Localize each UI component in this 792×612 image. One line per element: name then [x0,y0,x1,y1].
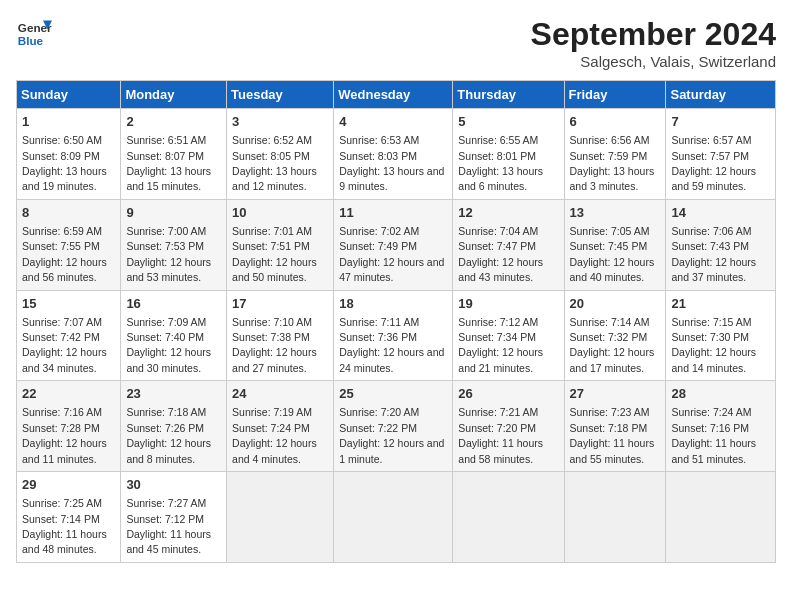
location: Salgesch, Valais, Switzerland [531,53,776,70]
day-info: Sunrise: 7:27 AMSunset: 7:12 PMDaylight:… [126,497,211,555]
column-header-friday: Friday [564,81,666,109]
day-number: 27 [570,385,661,403]
calendar-cell: 14Sunrise: 7:06 AMSunset: 7:43 PMDayligh… [666,199,776,290]
calendar-table: SundayMondayTuesdayWednesdayThursdayFrid… [16,80,776,563]
column-header-tuesday: Tuesday [227,81,334,109]
calendar-cell: 4Sunrise: 6:53 AMSunset: 8:03 PMDaylight… [334,109,453,200]
calendar-cell: 3Sunrise: 6:52 AMSunset: 8:05 PMDaylight… [227,109,334,200]
day-number: 5 [458,113,558,131]
day-number: 30 [126,476,221,494]
day-info: Sunrise: 6:51 AMSunset: 8:07 PMDaylight:… [126,134,211,192]
column-header-sunday: Sunday [17,81,121,109]
day-info: Sunrise: 7:15 AMSunset: 7:30 PMDaylight:… [671,316,756,374]
day-info: Sunrise: 7:12 AMSunset: 7:34 PMDaylight:… [458,316,543,374]
day-number: 15 [22,295,115,313]
day-info: Sunrise: 6:50 AMSunset: 8:09 PMDaylight:… [22,134,107,192]
column-header-monday: Monday [121,81,227,109]
day-number: 13 [570,204,661,222]
day-number: 10 [232,204,328,222]
day-number: 17 [232,295,328,313]
calendar-cell: 8Sunrise: 6:59 AMSunset: 7:55 PMDaylight… [17,199,121,290]
svg-text:Blue: Blue [18,34,44,47]
calendar-cell: 1Sunrise: 6:50 AMSunset: 8:09 PMDaylight… [17,109,121,200]
day-number: 14 [671,204,770,222]
calendar-week-4: 22Sunrise: 7:16 AMSunset: 7:28 PMDayligh… [17,381,776,472]
calendar-week-1: 1Sunrise: 6:50 AMSunset: 8:09 PMDaylight… [17,109,776,200]
calendar-cell: 5Sunrise: 6:55 AMSunset: 8:01 PMDaylight… [453,109,564,200]
day-info: Sunrise: 7:09 AMSunset: 7:40 PMDaylight:… [126,316,211,374]
day-info: Sunrise: 7:20 AMSunset: 7:22 PMDaylight:… [339,406,444,464]
day-info: Sunrise: 6:59 AMSunset: 7:55 PMDaylight:… [22,225,107,283]
day-number: 11 [339,204,447,222]
calendar-cell: 23Sunrise: 7:18 AMSunset: 7:26 PMDayligh… [121,381,227,472]
calendar-cell: 16Sunrise: 7:09 AMSunset: 7:40 PMDayligh… [121,290,227,381]
day-number: 21 [671,295,770,313]
column-header-saturday: Saturday [666,81,776,109]
calendar-cell: 27Sunrise: 7:23 AMSunset: 7:18 PMDayligh… [564,381,666,472]
day-number: 9 [126,204,221,222]
calendar-week-2: 8Sunrise: 6:59 AMSunset: 7:55 PMDaylight… [17,199,776,290]
calendar-cell: 18Sunrise: 7:11 AMSunset: 7:36 PMDayligh… [334,290,453,381]
day-info: Sunrise: 7:14 AMSunset: 7:32 PMDaylight:… [570,316,655,374]
day-info: Sunrise: 6:53 AMSunset: 8:03 PMDaylight:… [339,134,444,192]
calendar-cell: 13Sunrise: 7:05 AMSunset: 7:45 PMDayligh… [564,199,666,290]
calendar-cell: 28Sunrise: 7:24 AMSunset: 7:16 PMDayligh… [666,381,776,472]
column-header-wednesday: Wednesday [334,81,453,109]
calendar-cell: 21Sunrise: 7:15 AMSunset: 7:30 PMDayligh… [666,290,776,381]
calendar-cell: 17Sunrise: 7:10 AMSunset: 7:38 PMDayligh… [227,290,334,381]
calendar-cell [227,472,334,563]
day-info: Sunrise: 7:24 AMSunset: 7:16 PMDaylight:… [671,406,756,464]
calendar-cell: 26Sunrise: 7:21 AMSunset: 7:20 PMDayligh… [453,381,564,472]
day-number: 20 [570,295,661,313]
day-info: Sunrise: 7:07 AMSunset: 7:42 PMDaylight:… [22,316,107,374]
logo: General Blue [16,16,52,52]
day-info: Sunrise: 7:21 AMSunset: 7:20 PMDaylight:… [458,406,543,464]
day-number: 6 [570,113,661,131]
column-header-thursday: Thursday [453,81,564,109]
calendar-cell: 12Sunrise: 7:04 AMSunset: 7:47 PMDayligh… [453,199,564,290]
day-info: Sunrise: 7:00 AMSunset: 7:53 PMDaylight:… [126,225,211,283]
calendar-cell: 19Sunrise: 7:12 AMSunset: 7:34 PMDayligh… [453,290,564,381]
day-info: Sunrise: 7:23 AMSunset: 7:18 PMDaylight:… [570,406,655,464]
calendar-cell: 24Sunrise: 7:19 AMSunset: 7:24 PMDayligh… [227,381,334,472]
day-info: Sunrise: 7:18 AMSunset: 7:26 PMDaylight:… [126,406,211,464]
day-number: 4 [339,113,447,131]
day-number: 7 [671,113,770,131]
day-info: Sunrise: 7:01 AMSunset: 7:51 PMDaylight:… [232,225,317,283]
day-number: 16 [126,295,221,313]
calendar-cell: 25Sunrise: 7:20 AMSunset: 7:22 PMDayligh… [334,381,453,472]
day-info: Sunrise: 7:06 AMSunset: 7:43 PMDaylight:… [671,225,756,283]
calendar-cell: 30Sunrise: 7:27 AMSunset: 7:12 PMDayligh… [121,472,227,563]
calendar-cell: 11Sunrise: 7:02 AMSunset: 7:49 PMDayligh… [334,199,453,290]
calendar-cell: 2Sunrise: 6:51 AMSunset: 8:07 PMDaylight… [121,109,227,200]
calendar-cell: 9Sunrise: 7:00 AMSunset: 7:53 PMDaylight… [121,199,227,290]
calendar-cell: 10Sunrise: 7:01 AMSunset: 7:51 PMDayligh… [227,199,334,290]
day-info: Sunrise: 7:25 AMSunset: 7:14 PMDaylight:… [22,497,107,555]
day-info: Sunrise: 6:57 AMSunset: 7:57 PMDaylight:… [671,134,756,192]
day-number: 2 [126,113,221,131]
day-info: Sunrise: 6:52 AMSunset: 8:05 PMDaylight:… [232,134,317,192]
day-number: 23 [126,385,221,403]
day-info: Sunrise: 7:04 AMSunset: 7:47 PMDaylight:… [458,225,543,283]
day-info: Sunrise: 7:05 AMSunset: 7:45 PMDaylight:… [570,225,655,283]
day-number: 24 [232,385,328,403]
calendar-cell [334,472,453,563]
day-number: 18 [339,295,447,313]
day-info: Sunrise: 6:55 AMSunset: 8:01 PMDaylight:… [458,134,543,192]
day-number: 19 [458,295,558,313]
title-block: September 2024 Salgesch, Valais, Switzer… [531,16,776,70]
calendar-cell: 7Sunrise: 6:57 AMSunset: 7:57 PMDaylight… [666,109,776,200]
month-title: September 2024 [531,16,776,53]
day-number: 26 [458,385,558,403]
day-info: Sunrise: 7:11 AMSunset: 7:36 PMDaylight:… [339,316,444,374]
page-header: General Blue September 2024 Salgesch, Va… [16,16,776,70]
day-number: 3 [232,113,328,131]
day-info: Sunrise: 7:19 AMSunset: 7:24 PMDaylight:… [232,406,317,464]
calendar-cell [453,472,564,563]
calendar-cell: 6Sunrise: 6:56 AMSunset: 7:59 PMDaylight… [564,109,666,200]
calendar-cell [666,472,776,563]
calendar-cell: 22Sunrise: 7:16 AMSunset: 7:28 PMDayligh… [17,381,121,472]
calendar-header-row: SundayMondayTuesdayWednesdayThursdayFrid… [17,81,776,109]
calendar-week-5: 29Sunrise: 7:25 AMSunset: 7:14 PMDayligh… [17,472,776,563]
day-info: Sunrise: 6:56 AMSunset: 7:59 PMDaylight:… [570,134,655,192]
